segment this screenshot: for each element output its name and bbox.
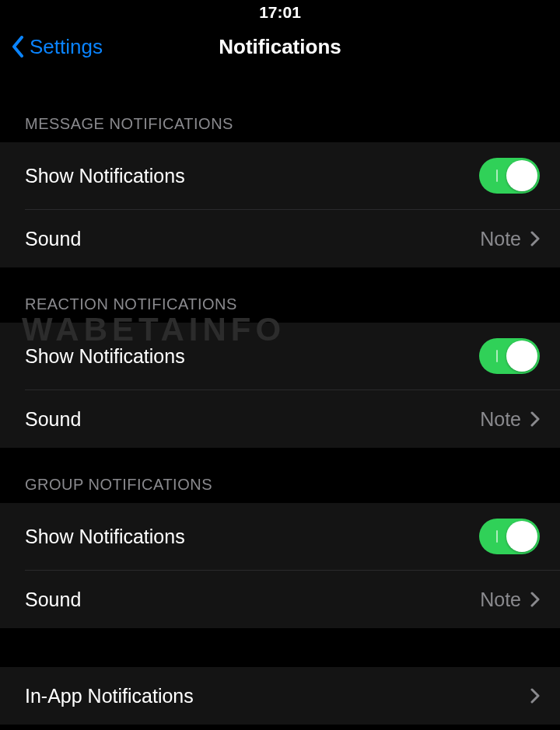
- row-message-show-notifications[interactable]: Show Notifications: [0, 142, 560, 209]
- back-button[interactable]: Settings: [11, 35, 103, 59]
- chevron-left-icon: [11, 36, 25, 58]
- row-message-sound[interactable]: Sound Note: [0, 210, 560, 267]
- chevron-right-icon: [530, 231, 540, 246]
- section-header-reaction: REACTION NOTIFICATIONS: [0, 267, 560, 323]
- toggle-knob: [506, 160, 537, 191]
- row-reaction-show-notifications[interactable]: Show Notifications: [0, 323, 560, 389]
- section-message: Show Notifications Sound Note: [0, 142, 560, 267]
- section-header-group: GROUP NOTIFICATIONS: [0, 448, 560, 503]
- toggle-knob: [506, 341, 537, 372]
- row-label: Show Notifications: [25, 165, 479, 187]
- toggle-reaction-show[interactable]: [479, 338, 540, 374]
- row-label: In-App Notifications: [25, 685, 530, 707]
- status-bar: 17:01: [0, 0, 560, 25]
- row-value: Note: [480, 228, 521, 250]
- row-label: Show Notifications: [25, 345, 479, 368]
- toggle-on-indicator: [496, 530, 498, 543]
- toggle-knob: [506, 521, 537, 552]
- row-label: Sound: [25, 408, 480, 431]
- toggle-on-indicator: [496, 350, 498, 362]
- row-reaction-sound[interactable]: Sound Note: [0, 390, 560, 448]
- back-label: Settings: [30, 35, 103, 59]
- page-title: Notifications: [219, 35, 341, 59]
- section-reaction: Show Notifications Sound Note: [0, 323, 560, 448]
- toggle-message-show[interactable]: [479, 158, 540, 194]
- row-group-sound[interactable]: Sound Note: [0, 571, 560, 628]
- chevron-right-icon: [530, 411, 540, 427]
- row-label: Show Notifications: [25, 526, 479, 548]
- row-value: Note: [480, 408, 521, 431]
- row-value: Note: [480, 589, 521, 611]
- row-group-show-notifications[interactable]: Show Notifications: [0, 503, 560, 570]
- chevron-right-icon: [530, 688, 540, 704]
- row-label: Sound: [25, 228, 480, 250]
- toggle-on-indicator: [496, 169, 498, 182]
- row-inapp-notifications[interactable]: In-App Notifications: [0, 667, 560, 725]
- section-inapp: In-App Notifications: [0, 667, 560, 725]
- section-group: Show Notifications Sound Note: [0, 503, 560, 628]
- nav-bar: Settings Notifications: [0, 25, 560, 68]
- toggle-group-show[interactable]: [479, 519, 540, 554]
- chevron-right-icon: [530, 592, 540, 607]
- status-time: 17:01: [259, 3, 301, 22]
- section-header-message: MESSAGE NOTIFICATIONS: [0, 87, 560, 142]
- row-label: Sound: [25, 589, 480, 611]
